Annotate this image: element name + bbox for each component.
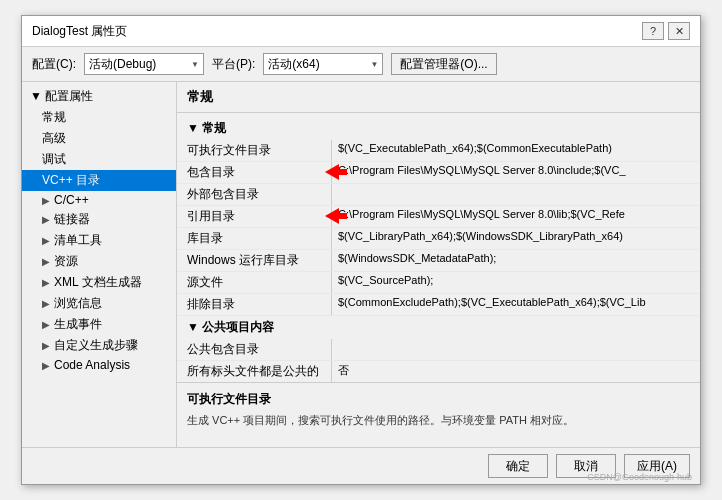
footer: 确定 取消 应用(A) CSDN@Goodenough-hub — [22, 447, 700, 484]
sidebar-item-browse[interactable]: ▶ 浏览信息 — [22, 293, 176, 314]
prop-value-lib[interactable]: $(VC_LibraryPath_x64);$(WindowsSDK_Libra… — [332, 228, 700, 244]
sidebar-item-vcpp[interactable]: VC++ 目录 — [22, 170, 176, 191]
dialog-title: DialogTest 属性页 — [32, 23, 127, 40]
config-label: 配置(C): — [32, 56, 76, 73]
prop-value-source[interactable]: $(VC_SourcePath); — [332, 272, 700, 288]
sidebar-general-label: 常规 — [42, 109, 66, 126]
prop-all-headers-public: 所有标头文件都是公共的 否 — [177, 361, 700, 382]
prop-value-ref[interactable]: C:\Program Files\MySQL\MySQL Server 8.0\… — [332, 206, 700, 222]
config-toolbar: 配置(C): 活动(Debug) ▼ 平台(P): 活动(x64) ▼ 配置管理… — [22, 47, 700, 82]
prop-exclude-dir: 排除目录 $(CommonExcludePath);$(VC_Executabl… — [177, 294, 700, 316]
prop-name-ref: 引用目录 — [177, 206, 332, 227]
right-panel: 常规 ▼ 常规 可执行文件目录 $(VC_ExecutablePath_x64)… — [177, 82, 700, 447]
tree-header-label: ▼ 配置属性 — [30, 88, 93, 105]
sidebar-advanced-label: 高级 — [42, 130, 66, 147]
prop-name-exclude: 排除目录 — [177, 294, 332, 315]
sidebar-cpp-label: C/C++ — [54, 193, 89, 207]
sidebar-build-events-label: 生成事件 — [54, 316, 102, 333]
right-header: 常规 — [177, 82, 700, 113]
prop-winrt-dir: Windows 运行库目录 $(WindowsSDK_MetadataPath)… — [177, 250, 700, 272]
platform-value: 活动(x64) — [268, 56, 319, 73]
sidebar-custom-build-label: 自定义生成步骤 — [54, 337, 138, 354]
prop-value-exclude[interactable]: $(CommonExcludePath);$(VC_ExecutablePath… — [332, 294, 700, 310]
expand-code-analysis-icon: ▶ — [42, 360, 52, 371]
expand-manifest-icon: ▶ — [42, 235, 52, 246]
prop-value-public-include[interactable] — [332, 339, 700, 343]
prop-name-public-include: 公共包含目录 — [177, 339, 332, 360]
sidebar-manifest-label: 清单工具 — [54, 232, 102, 249]
sidebar-vcpp-label: VC++ 目录 — [42, 172, 100, 189]
prop-name-executable: 可执行文件目录 — [177, 140, 332, 161]
section-public: ▼ 公共项目内容 — [177, 316, 700, 339]
platform-label: 平台(P): — [212, 56, 255, 73]
sidebar-debug-label: 调试 — [42, 151, 66, 168]
titlebar: DialogTest 属性页 ? ✕ — [22, 16, 700, 47]
prop-include-dir: 包含目录 C:\Program Files\MySQL\MySQL Server… — [177, 162, 700, 184]
platform-combo-arrow: ▼ — [370, 60, 378, 69]
prop-value-executable[interactable]: $(VC_ExecutablePath_x64);$(CommonExecuta… — [332, 140, 700, 156]
sidebar-item-xml[interactable]: ▶ XML 文档生成器 — [22, 272, 176, 293]
sidebar-item-build-events[interactable]: ▶ 生成事件 — [22, 314, 176, 335]
prop-public-include: 公共包含目录 — [177, 339, 700, 361]
platform-combo[interactable]: 活动(x64) ▼ — [263, 53, 383, 75]
prop-name-all-headers: 所有标头文件都是公共的 — [177, 361, 332, 382]
sidebar-linker-label: 链接器 — [54, 211, 90, 228]
prop-name-include: 包含目录 — [177, 162, 332, 183]
prop-lib-dir: 库目录 $(VC_LibraryPath_x64);$(WindowsSDK_L… — [177, 228, 700, 250]
prop-name-winrt: Windows 运行库目录 — [177, 250, 332, 271]
sidebar-resource-label: 资源 — [54, 253, 78, 270]
left-panel: ▼ 配置属性 常规 高级 调试 VC++ 目录 ▶ C/C++ ▶ 链接器 — [22, 82, 177, 447]
prop-value-winrt[interactable]: $(WindowsSDK_MetadataPath); — [332, 250, 700, 266]
prop-name-source: 源文件 — [177, 272, 332, 293]
props-table: ▼ 常规 可执行文件目录 $(VC_ExecutablePath_x64);$(… — [177, 113, 700, 382]
prop-value-include[interactable]: C:\Program Files\MySQL\MySQL Server 8.0\… — [332, 162, 700, 178]
sidebar-item-advanced[interactable]: 高级 — [22, 128, 176, 149]
expand-custom-build-icon: ▶ — [42, 340, 52, 351]
expand-resource-icon: ▶ — [42, 256, 52, 267]
close-button[interactable]: ✕ — [668, 22, 690, 40]
sidebar-item-manifest[interactable]: ▶ 清单工具 — [22, 230, 176, 251]
bottom-desc: 生成 VC++ 项目期间，搜索可执行文件使用的路径。与环境变量 PATH 相对应… — [187, 412, 690, 430]
sidebar-item-general[interactable]: 常规 — [22, 107, 176, 128]
config-value: 活动(Debug) — [89, 56, 156, 73]
help-button[interactable]: ? — [642, 22, 664, 40]
prop-external-include: 外部包含目录 — [177, 184, 700, 206]
manager-button[interactable]: 配置管理器(O)... — [391, 53, 496, 75]
expand-linker-icon: ▶ — [42, 214, 52, 225]
sidebar-item-resource[interactable]: ▶ 资源 — [22, 251, 176, 272]
prop-name-external-include: 外部包含目录 — [177, 184, 332, 205]
main-dialog: DialogTest 属性页 ? ✕ 配置(C): 活动(Debug) ▼ 平台… — [21, 15, 701, 485]
prop-name-lib: 库目录 — [177, 228, 332, 249]
sidebar-code-analysis-label: Code Analysis — [54, 358, 130, 372]
main-content: ▼ 配置属性 常规 高级 调试 VC++ 目录 ▶ C/C++ ▶ 链接器 — [22, 82, 700, 447]
ok-button[interactable]: 确定 — [488, 454, 548, 478]
prop-value-all-headers[interactable]: 否 — [332, 361, 700, 380]
sidebar-browse-label: 浏览信息 — [54, 295, 102, 312]
expand-cpp-icon: ▶ — [42, 195, 52, 206]
prop-executable-dir: 可执行文件目录 $(VC_ExecutablePath_x64);$(Commo… — [177, 140, 700, 162]
watermark: CSDN@Goodenough-hub — [587, 472, 692, 482]
sidebar-item-custom-build[interactable]: ▶ 自定义生成步骤 — [22, 335, 176, 356]
expand-xml-icon: ▶ — [42, 277, 52, 288]
expand-browse-icon: ▶ — [42, 298, 52, 309]
prop-source-dir: 源文件 $(VC_SourcePath); — [177, 272, 700, 294]
expand-build-events-icon: ▶ — [42, 319, 52, 330]
prop-ref-dir: 引用目录 C:\Program Files\MySQL\MySQL Server… — [177, 206, 700, 228]
sidebar-xml-label: XML 文档生成器 — [54, 274, 142, 291]
bottom-title: 可执行文件目录 — [187, 391, 690, 408]
sidebar-item-linker[interactable]: ▶ 链接器 — [22, 209, 176, 230]
config-combo[interactable]: 活动(Debug) ▼ — [84, 53, 204, 75]
config-combo-arrow: ▼ — [191, 60, 199, 69]
sidebar-item-debug[interactable]: 调试 — [22, 149, 176, 170]
sidebar-item-cpp[interactable]: ▶ C/C++ — [22, 191, 176, 209]
prop-value-external-include[interactable] — [332, 184, 700, 188]
tree-header: ▼ 配置属性 — [22, 86, 176, 107]
bottom-panel: 可执行文件目录 生成 VC++ 项目期间，搜索可执行文件使用的路径。与环境变量 … — [177, 382, 700, 447]
section-general: ▼ 常规 — [177, 117, 700, 140]
titlebar-buttons: ? ✕ — [642, 22, 690, 40]
sidebar-item-code-analysis[interactable]: ▶ Code Analysis — [22, 356, 176, 374]
